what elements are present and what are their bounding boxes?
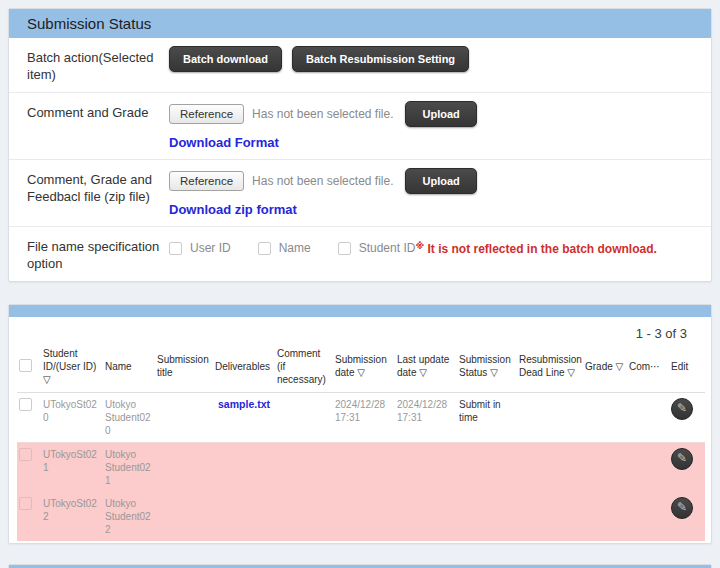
cell-resubmission-deadline [517, 492, 583, 541]
user-id-checkbox-label: User ID [190, 241, 231, 255]
table-row: UTokyoSt020 Utokyo Student020 sample.txt… [17, 392, 705, 442]
cell-resubmission-deadline [517, 442, 583, 492]
edit-button[interactable]: ✎ [671, 448, 693, 470]
cell-student-id: UTokyoSt021 [41, 442, 103, 492]
filename-option-label: File name specification option [27, 234, 169, 273]
batch-download-note: ※ It is not reflected in the batch downl… [415, 241, 656, 256]
reference-mark: ※ [415, 241, 424, 251]
edit-button[interactable]: ✎ [671, 398, 693, 420]
batch-resubmission-setting-button[interactable]: Batch Resubmission Setting [292, 46, 469, 72]
cell-com [627, 442, 669, 492]
submission-status-page: Submission Status Batch action(Selected … [0, 0, 720, 568]
cell-student-id: UTokyoSt020 [41, 392, 103, 442]
cell-submission-status [457, 492, 517, 541]
table-header-row: Student ID/(User ID) ▽ Name Submission t… [17, 341, 705, 393]
panel-title-bar: Submission Status [9, 9, 711, 38]
col-submission-title: Submission title [155, 341, 213, 393]
panel-accent-bar [9, 305, 711, 317]
cell-last-update-date [395, 442, 457, 492]
name-checkbox[interactable] [258, 242, 271, 255]
student-id-checkbox-label: Student ID [359, 241, 416, 255]
cell-comment [275, 392, 333, 442]
col-submission-status[interactable]: Submission Status ▽ [457, 341, 517, 393]
cell-submission-title [155, 442, 213, 492]
cell-name: Utokyo Student022 [103, 492, 155, 541]
download-zip-format-link[interactable]: Download zip format [169, 202, 297, 217]
deliverable-file-link[interactable]: sample.txt [218, 398, 270, 410]
panel-accent-bar [9, 565, 711, 568]
comment-grade-zip-label: Comment, Grade and Feedbacl file (zip fi… [27, 167, 169, 218]
col-com: Com⋯ [627, 341, 669, 393]
col-name: Name [103, 341, 155, 393]
cell-grade [583, 392, 627, 442]
upload-button[interactable]: Upload [405, 168, 476, 194]
batch-action-row: Batch action(Selected item) Batch downlo… [9, 38, 711, 92]
col-last-update-date[interactable]: Last update date ▽ [395, 341, 457, 393]
cell-name: Utokyo Student021 [103, 442, 155, 492]
batch-download-button[interactable]: Batch download [169, 46, 282, 72]
col-comment: Comment (if necessary) [275, 341, 333, 393]
col-submission-date[interactable]: Submission date ▽ [333, 341, 395, 393]
cell-last-update-date: 2024/12/28 17:31 [395, 392, 457, 442]
table-row: UTokyoSt022 Utokyo Student022 ✎ [17, 492, 705, 541]
pencil-icon: ✎ [677, 451, 687, 465]
col-select-all [17, 341, 41, 393]
user-id-checkbox[interactable] [169, 242, 182, 255]
cell-submission-title [155, 492, 213, 541]
cell-submission-title [155, 392, 213, 442]
cell-last-update-date [395, 492, 457, 541]
cell-submission-status [457, 442, 517, 492]
comment-grade-row: Comment and Grade Reference Has not been… [9, 92, 711, 159]
row-checkbox[interactable] [19, 448, 32, 461]
select-all-checkbox[interactable] [19, 359, 32, 372]
col-resubmission-deadline[interactable]: Resubmission Dead Line ▽ [517, 341, 583, 393]
cell-name: Utokyo Student020 [103, 392, 155, 442]
file-status-text: Has not been selected file. [252, 107, 393, 121]
batch-action-label: Batch action(Selected item) [27, 45, 169, 84]
cell-resubmission-deadline [517, 392, 583, 442]
student-id-checkbox[interactable] [338, 242, 351, 255]
comment-grade-zip-row: Comment, Grade and Feedbacl file (zip fi… [9, 159, 711, 226]
actions-panel: Submission Status Batch action(Selected … [8, 8, 712, 282]
cell-submission-date: 2024/12/28 17:31 [333, 392, 395, 442]
cell-student-id: UTokyoSt022 [41, 492, 103, 541]
cell-submission-date [333, 492, 395, 541]
cell-com [627, 392, 669, 442]
submissions-panel: 1 - 3 of 3 Student ID/(User ID) ▽ Name S… [8, 304, 712, 544]
col-edit: Edit [669, 341, 705, 393]
col-student-id[interactable]: Student ID/(User ID) ▽ [41, 341, 103, 393]
pagination-info: 1 - 3 of 3 [9, 317, 711, 341]
download-format-link[interactable]: Download Format [169, 135, 279, 150]
cell-grade [583, 492, 627, 541]
cell-comment [275, 442, 333, 492]
upload-button[interactable]: Upload [405, 101, 476, 127]
table-row: UTokyoSt021 Utokyo Student021 ✎ [17, 442, 705, 492]
reference-button[interactable]: Reference [169, 171, 244, 191]
cell-com [627, 492, 669, 541]
filename-option-row: File name specification option User ID N… [9, 226, 711, 281]
cell-comment [275, 492, 333, 541]
submissions-table: Student ID/(User ID) ▽ Name Submission t… [17, 341, 705, 541]
cell-submission-status: Submit in time [457, 392, 517, 442]
col-grade[interactable]: Grade ▽ [583, 341, 627, 393]
cell-deliverables [213, 492, 275, 541]
row-checkbox[interactable] [19, 497, 32, 510]
comment-grade-label: Comment and Grade [27, 100, 169, 151]
bottom-actions-panel: Comment and Grade Reference Has not been… [8, 564, 712, 568]
cell-submission-date [333, 442, 395, 492]
pencil-icon: ✎ [677, 401, 687, 415]
pencil-icon: ✎ [677, 500, 687, 514]
cell-grade [583, 442, 627, 492]
name-checkbox-label: Name [279, 241, 311, 255]
row-checkbox[interactable] [19, 398, 32, 411]
col-deliverables: Deliverables [213, 341, 275, 393]
page-title: Submission Status [27, 15, 151, 32]
reference-button[interactable]: Reference [169, 104, 244, 124]
file-status-text: Has not been selected file. [252, 174, 393, 188]
edit-button[interactable]: ✎ [671, 497, 693, 519]
cell-deliverables [213, 442, 275, 492]
